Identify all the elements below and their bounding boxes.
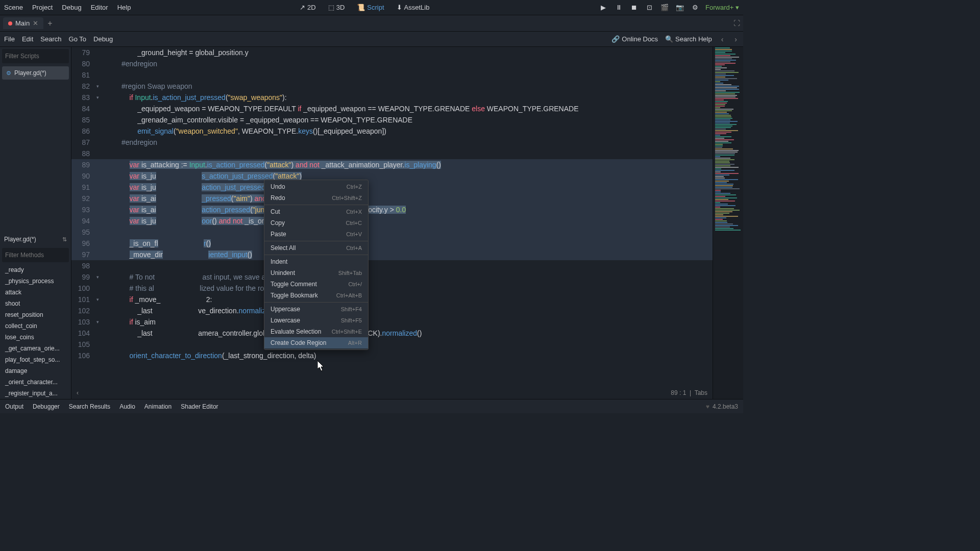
script-left-panel: 🔍 ⚙ Player.gd(*) Player.gd(*) ⇅ 🔍 _ready… [0,47,71,399]
close-tab-icon[interactable]: ✕ [33,19,38,27]
method-item[interactable]: _get_camera_orie... [0,343,71,354]
method-item[interactable]: _orient_character... [0,377,71,388]
scene-tab-main[interactable]: Main ✕ [3,17,43,29]
remote-icon[interactable]: ⊡ [644,3,654,13]
context-menu-item[interactable]: CopyCtrl+C [264,217,368,229]
bottom-tab-animation[interactable]: Animation [144,403,172,410]
context-menu-item[interactable]: Toggle CommentCtrl+/ [264,279,368,290]
method-item[interactable]: _register_input_a... [0,388,71,399]
context-menu-item[interactable]: UppercaseShift+F4 [264,304,368,315]
context-menu-item[interactable]: Indent [264,256,368,267]
code-line[interactable]: 101▾ if _move_ 2: [71,294,713,305]
indent-mode[interactable]: Tabs [695,389,707,396]
method-item[interactable]: _physics_process [0,276,71,287]
method-item[interactable]: collect_coin [0,320,71,332]
code-line[interactable]: 99▾ # To not ast input, we save a last s… [71,271,713,283]
code-line[interactable]: 100 # this al lized value for the rotati… [71,283,713,294]
code-line[interactable]: 79 _ground_height = global_position.y [71,47,713,58]
view-3d-button[interactable]: ⬚ 3D [325,3,348,12]
code-line[interactable]: 82▾ #region Swap weapon [71,81,713,92]
method-item[interactable]: play_foot_step_so... [0,354,71,365]
settings-icon[interactable]: ⚙ [690,3,700,13]
code-line[interactable]: 87 #endregion [71,137,713,148]
method-list: _ready_physics_processattackshootreset_p… [0,264,71,399]
code-line[interactable]: 81 [71,69,713,81]
toolbar-debug[interactable]: Debug [93,35,113,43]
code-line[interactable]: 90 var is_ju s_action_just_pressed("atta… [71,170,713,182]
code-line[interactable]: 98 [71,260,713,271]
script-list-item[interactable]: ⚙ Player.gd(*) [2,66,69,80]
context-menu-item[interactable]: LowercaseShift+F5 [264,315,368,326]
context-menu-item[interactable]: Create Code RegionAlt+R [264,337,368,348]
code-line[interactable]: 86 emit_signal("weapon_switched", WEAPON… [71,126,713,137]
code-line[interactable]: 80 #endregion [71,58,713,69]
code-line[interactable]: 91 var is_ju action_just_pressed("jump")… [71,182,713,193]
sort-icon[interactable]: ⇅ [62,236,67,243]
filter-methods-input[interactable] [5,252,82,259]
code-line[interactable]: 96 _is_on_fl r() [71,238,713,249]
bottom-tab-debugger[interactable]: Debugger [33,403,60,410]
menu-scene[interactable]: Scene [4,4,23,11]
code-line[interactable]: 103▾ if is_aim [71,316,713,328]
bottom-tab-audio[interactable]: Audio [119,403,135,410]
code-line[interactable]: 105 [71,339,713,350]
method-item[interactable]: attack [0,287,71,298]
online-docs-button[interactable]: 🔗 Online Docs [611,35,658,43]
bottom-tab-search[interactable]: Search Results [69,403,110,410]
play-icon[interactable]: ▶ [598,3,608,13]
pause-icon[interactable]: ⏸ [614,3,624,13]
method-item[interactable]: lose_coins [0,332,71,343]
code-line[interactable]: 97 _move_dir iented_input() [71,249,713,260]
context-menu-item[interactable]: UnindentShift+Tab [264,267,368,279]
code-line[interactable]: 102 _last ve_direction.normalized() [71,305,713,316]
nav-back-icon[interactable]: ‹ [719,35,726,43]
code-line[interactable]: 88 [71,148,713,159]
method-item[interactable]: shoot [0,298,71,309]
code-line[interactable]: 95 [71,227,713,238]
render-mode-dropdown[interactable]: Forward+ ▾ [705,4,739,11]
method-item[interactable]: _ready [0,264,71,276]
context-menu-item[interactable]: RedoCtrl+Shift+Z [264,192,368,204]
search-help-button[interactable]: 🔍 Search Help [665,35,712,43]
code-line[interactable]: 93 var is_ai action_pressed("jump") and … [71,204,713,215]
menu-help[interactable]: Help [117,4,131,11]
stop-icon[interactable]: ⏹ [629,3,639,13]
view-assetlib-button[interactable]: ⬇ AssetLib [394,3,433,12]
context-menu-item[interactable]: PasteCtrl+V [264,229,368,240]
filter-scripts-input[interactable] [5,53,82,60]
method-item[interactable]: damage [0,365,71,377]
toolbar-edit[interactable]: Edit [22,35,33,43]
code-line[interactable]: 83▾ if Input.is_action_just_pressed("swa… [71,92,713,103]
code-line[interactable]: 106 orient_character_to_direction(_last_… [71,350,713,361]
context-menu-item[interactable]: Evaluate SelectionCtrl+Shift+E [264,326,368,337]
context-menu-item[interactable]: UndoCtrl+Z [264,181,368,192]
menu-project[interactable]: Project [32,4,53,11]
toolbar-goto[interactable]: Go To [69,35,86,43]
view-script-button[interactable]: 📜 Script [354,3,387,12]
context-menu-item[interactable]: Toggle BookmarkCtrl+Alt+B [264,290,368,301]
view-2d-button[interactable]: ↗ 2D [297,3,319,12]
menu-editor[interactable]: Editor [91,4,108,11]
bottom-tab-output[interactable]: Output [5,403,23,410]
menu-debug[interactable]: Debug [62,4,81,11]
expand-icon[interactable]: ⛶ [733,19,740,27]
add-tab-button[interactable]: + [47,19,52,28]
toolbar-file[interactable]: File [4,35,15,43]
code-line[interactable]: 84 _equipped_weapon = WEAPON_TYPE.DEFAUL… [71,103,713,114]
breadcrumb-back-icon[interactable]: ‹ [77,389,79,396]
toolbar-search[interactable]: Search [40,35,61,43]
code-line[interactable]: 104 _last amera_controller.global_transf… [71,328,713,339]
code-line[interactable]: 89 var is_attacking := Input.is_action_p… [71,159,713,170]
camera-icon[interactable]: 📷 [675,3,685,13]
bottom-tab-shader[interactable]: Shader Editor [181,403,218,410]
code-editor[interactable]: 79 _ground_height = global_position.y80 … [71,47,713,399]
context-menu-item[interactable]: Select AllCtrl+A [264,242,368,254]
movie-icon[interactable]: 🎬 [659,3,670,13]
method-item[interactable]: reset_position [0,309,71,320]
nav-forward-icon[interactable]: › [732,35,739,43]
code-line[interactable]: 92 var is_ai _pressed("aim") and is_on_f… [71,193,713,204]
context-menu-item[interactable]: CutCtrl+X [264,206,368,217]
code-line[interactable]: 85 _grenade_aim_controller.visible = _eq… [71,114,713,126]
code-line[interactable]: 94 var is_ju oor() and not _is_on_floor_… [71,215,713,227]
minimap[interactable] [713,47,743,399]
